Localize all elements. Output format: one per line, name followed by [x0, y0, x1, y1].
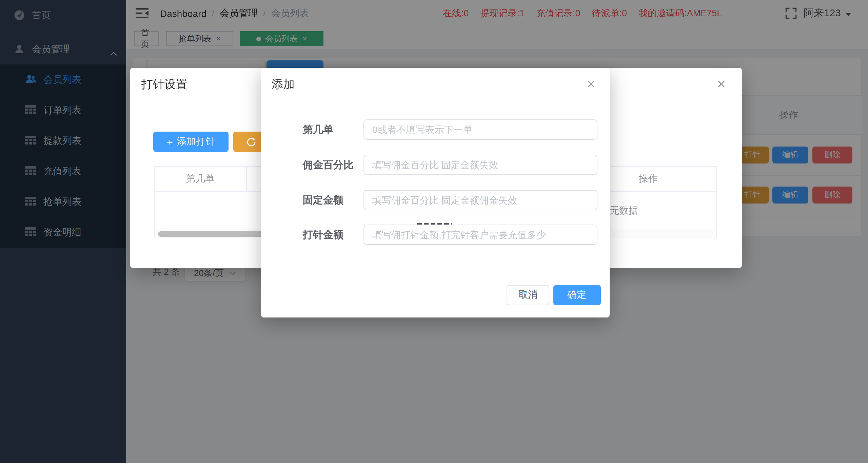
confirm-button[interactable]: 确定 — [553, 285, 600, 305]
inject-amount-input[interactable] — [363, 225, 597, 245]
button-label: 添加打针 — [177, 136, 215, 148]
close-icon[interactable]: × — [717, 77, 726, 91]
dialog-title: 打针设置 — [141, 77, 188, 92]
column-header-order: 第几单 — [155, 167, 246, 191]
field-label-order: 第几单 — [303, 119, 333, 140]
fixed-amount-input[interactable] — [363, 190, 597, 210]
dialog-title: 添加 — [272, 77, 295, 92]
plus-icon: + — [167, 137, 173, 147]
add-inject-button[interactable]: + 添加打针 — [153, 132, 229, 152]
cancel-button[interactable]: 取消 — [507, 285, 549, 305]
close-icon[interactable]: × — [587, 77, 595, 91]
column-header-action: 操作 — [621, 167, 675, 191]
field-label-commission-pct: 佣金百分比 — [303, 154, 354, 175]
app-window: 首页 会员管理 会员列表 订单列表 — [0, 0, 868, 463]
field-label-inject-amount: 打针金额 — [303, 225, 343, 245]
column-divider — [246, 167, 247, 191]
button-label: 确定 — [567, 289, 586, 301]
refresh-icon — [246, 137, 256, 147]
add-inject-dialog: 添加 × 第几单 佣金百分比 固定金额 打针金额 取消 确定 — [261, 68, 610, 317]
order-number-input[interactable] — [363, 119, 597, 140]
button-label: 取消 — [518, 289, 537, 301]
field-label-fixed-amount: 固定金额 — [303, 190, 343, 210]
commission-pct-input[interactable] — [363, 154, 597, 175]
